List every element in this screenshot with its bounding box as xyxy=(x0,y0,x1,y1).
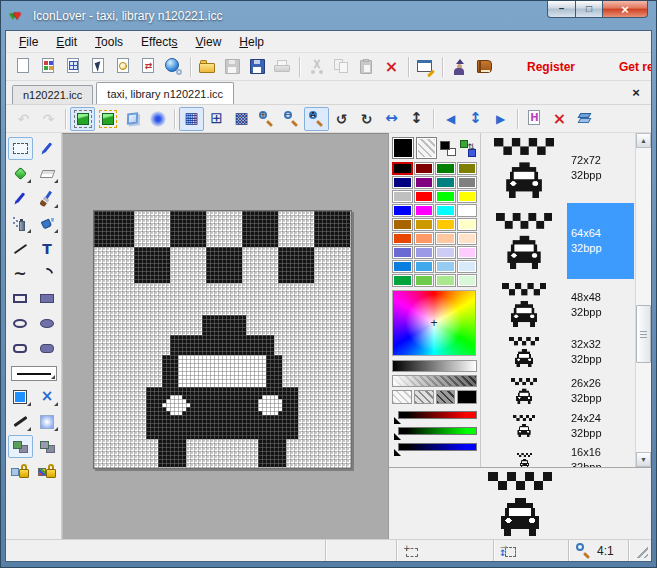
save-all-button[interactable] xyxy=(245,55,270,79)
color-picker-tool[interactable] xyxy=(35,137,60,160)
palette-swatch-7[interactable] xyxy=(457,176,478,189)
palette-swatch-19[interactable] xyxy=(457,218,478,231)
select-tool[interactable] xyxy=(8,137,33,160)
arc-tool[interactable] xyxy=(35,262,60,285)
smooth-blur-button[interactable] xyxy=(145,107,170,131)
palette-swatch-0[interactable] xyxy=(392,162,413,175)
palette-swatch-18[interactable] xyxy=(435,218,456,231)
convert-image-button[interactable]: ⇄ xyxy=(136,55,161,79)
lock-drawing-tool[interactable] xyxy=(8,460,33,483)
delete-button[interactable]: × xyxy=(379,55,404,79)
zoom-out-button[interactable]: − xyxy=(279,107,304,131)
new-image-button[interactable] xyxy=(36,55,61,79)
grid-checker-button[interactable]: ▩ xyxy=(229,107,254,131)
lock-colors-tool[interactable] xyxy=(35,460,60,483)
palette-swatch-12[interactable] xyxy=(392,204,413,217)
smooth-line-tool[interactable] xyxy=(8,410,33,433)
shift-vertical-button[interactable]: ↕ xyxy=(463,107,488,131)
minimize-button[interactable]: – xyxy=(547,1,576,18)
blend-normal-tool[interactable] xyxy=(8,435,33,458)
menu-view[interactable]: View xyxy=(187,32,231,52)
palette-swatch-16[interactable] xyxy=(392,218,413,231)
size-item-26x26[interactable]: 26x2632bpp xyxy=(481,373,651,409)
new-animated-cursor-button[interactable] xyxy=(111,55,136,79)
palette-swatch-22[interactable] xyxy=(435,232,456,245)
channel-slider-green[interactable] xyxy=(394,427,477,436)
alpha-preset-hatch-light[interactable] xyxy=(392,390,412,404)
palette-swatch-26[interactable] xyxy=(435,246,456,259)
eraser-tool[interactable] xyxy=(35,162,60,185)
palette-swatch-27[interactable] xyxy=(457,246,478,259)
palette-swatch-35[interactable] xyxy=(457,274,478,287)
spray-tool[interactable] xyxy=(8,212,33,235)
menu-edit[interactable]: Edit xyxy=(47,32,86,52)
palette-swatch-17[interactable] xyxy=(414,218,435,231)
filled-rectangle-tool[interactable] xyxy=(35,287,60,310)
scatter-tool[interactable]: × xyxy=(35,385,60,408)
palette-swatch-2[interactable] xyxy=(435,162,456,175)
blend-alt-tool[interactable] xyxy=(35,435,60,458)
foreground-color-swatch[interactable] xyxy=(392,137,414,159)
palette-swatch-5[interactable] xyxy=(414,176,435,189)
register-link[interactable]: Register xyxy=(527,60,575,74)
draw-normal-button[interactable] xyxy=(70,107,95,131)
resize-grip[interactable] xyxy=(636,546,648,558)
tab-close-button[interactable]: × xyxy=(627,84,645,102)
palette-swatch-24[interactable] xyxy=(392,246,413,259)
title-bar[interactable]: ♥ ♥ IconLover - taxi, library n120221.ic… xyxy=(1,1,656,30)
rectangle-tool[interactable] xyxy=(8,287,33,310)
get-registration-link[interactable]: Get registration c xyxy=(619,60,651,74)
menu-effects[interactable]: Effects xyxy=(132,32,186,52)
transparent-fill-tool[interactable] xyxy=(8,162,33,185)
size-item-64x64[interactable]: 64x6432bpp xyxy=(481,203,651,279)
filled-ellipse-tool[interactable] xyxy=(35,312,60,335)
palette-swatch-29[interactable] xyxy=(414,260,435,273)
line-tool[interactable] xyxy=(8,237,33,260)
maximize-button[interactable]: □ xyxy=(575,1,603,18)
palette-swatch-33[interactable] xyxy=(414,274,435,287)
new-library-button[interactable] xyxy=(61,55,86,79)
grid-major-button[interactable]: ⊞ xyxy=(204,107,229,131)
curve-tool[interactable]: ~ xyxy=(8,262,33,285)
palette-swatch-13[interactable] xyxy=(414,204,435,217)
channel-slider-blue[interactable] xyxy=(394,443,477,452)
draw-replace-button[interactable] xyxy=(95,107,120,131)
palette-swatch-32[interactable] xyxy=(392,274,413,287)
editor-canvas[interactable] xyxy=(93,210,352,469)
layers-button[interactable] xyxy=(572,107,597,131)
alpha-preset-hatch-medium[interactable] xyxy=(414,390,434,404)
help-book-button[interactable] xyxy=(472,55,497,79)
shift-right-button[interactable]: ▶ xyxy=(488,107,513,131)
draw-3d-button[interactable] xyxy=(120,107,145,131)
palette-swatch-30[interactable] xyxy=(435,260,456,273)
gradient-tool[interactable] xyxy=(35,410,60,433)
palette-swatch-6[interactable] xyxy=(435,176,456,189)
size-item-72x72[interactable]: 72x7232bpp xyxy=(481,133,651,203)
palette-swatch-11[interactable] xyxy=(457,190,478,203)
swap-colors-icon[interactable]: ⇅ xyxy=(459,140,477,157)
color-spectrum[interactable]: + xyxy=(392,290,476,356)
palette-swatch-31[interactable] xyxy=(457,260,478,273)
grayscale-slider[interactable] xyxy=(392,360,477,372)
palette-swatch-15[interactable] xyxy=(457,204,478,217)
background-color-swatch[interactable] xyxy=(416,137,438,159)
scrollbar-up-button[interactable]: ▲ xyxy=(636,133,651,148)
menu-file[interactable]: File xyxy=(10,32,47,52)
palette-swatch-25[interactable] xyxy=(414,246,435,259)
fill-tool[interactable] xyxy=(35,212,60,235)
size-item-48x48[interactable]: 48x4832bpp xyxy=(481,279,651,331)
palette-swatch-20[interactable] xyxy=(392,232,413,245)
text-tool[interactable]: T xyxy=(35,237,60,260)
alpha-preset-hatch-dark[interactable] xyxy=(436,390,456,404)
palette-swatch-34[interactable] xyxy=(435,274,456,287)
grid-toggle-button[interactable]: ▦ xyxy=(179,107,204,131)
alpha-slider[interactable] xyxy=(392,375,477,387)
shift-left-button[interactable]: ◀ xyxy=(438,107,463,131)
size-item-16x16[interactable]: 16x1632bpp xyxy=(481,443,651,467)
foreground-swatch-tool[interactable] xyxy=(8,385,33,408)
zoom-in-button[interactable]: + xyxy=(254,107,279,131)
palette-swatch-21[interactable] xyxy=(414,232,435,245)
scrollbar-thumb[interactable] xyxy=(636,305,651,363)
menu-tools[interactable]: Tools xyxy=(86,32,132,52)
wizard-button[interactable] xyxy=(447,55,472,79)
